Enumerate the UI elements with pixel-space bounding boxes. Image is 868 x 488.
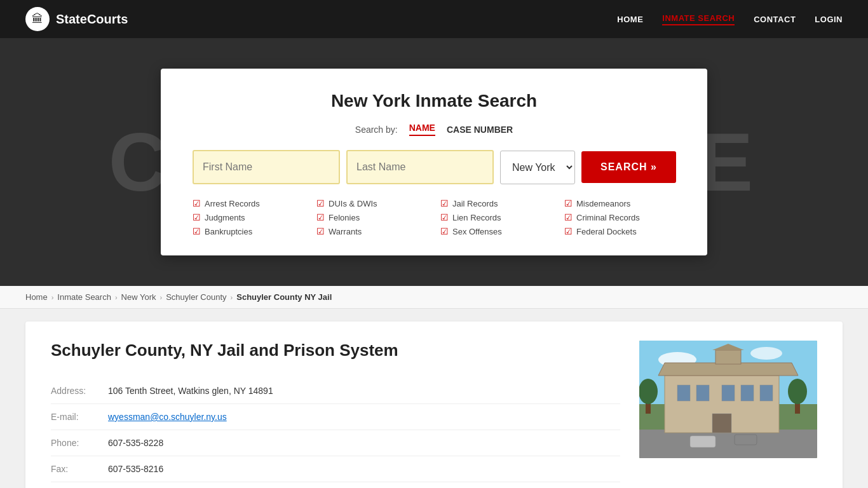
- breadcrumb-sep-3: ›: [160, 294, 163, 301]
- logo-icon: 🏛: [25, 7, 50, 31]
- svg-point-2: [750, 347, 782, 360]
- fax-value: 607-535-8216: [108, 456, 620, 482]
- main-content: Schuyler County, NY Jail and Prison Syst…: [0, 309, 868, 488]
- checkmark-icon: ☑: [440, 212, 449, 222]
- check-duis: ☑ DUIs & DWIs: [316, 198, 428, 208]
- check-label: Sex Offenses: [452, 227, 502, 236]
- nav-inmate-search[interactable]: INMATE SEARCH: [662, 13, 735, 25]
- breadcrumb-sep-1: ›: [51, 294, 54, 301]
- check-label: Felonies: [329, 213, 360, 222]
- search-inputs: New York SEARCH »: [193, 150, 675, 184]
- check-label: Judgments: [205, 213, 245, 222]
- svg-marker-12: [658, 363, 798, 376]
- facility-info: Schuyler County, NY Jail and Prison Syst…: [51, 341, 620, 488]
- svg-rect-8: [722, 385, 735, 401]
- first-name-input[interactable]: [193, 150, 340, 184]
- check-federal-dockets: ☑ Federal Dockets: [564, 226, 675, 236]
- nav-contact[interactable]: CONTACT: [754, 15, 796, 24]
- checklist-grid: ☑ Arrest Records ☑ DUIs & DWIs ☑ Jail Re…: [193, 198, 675, 236]
- check-sex-offenses: ☑ Sex Offenses: [440, 226, 552, 236]
- breadcrumb-inmate-search[interactable]: Inmate Search: [57, 292, 111, 302]
- fax-label: Fax:: [51, 456, 108, 482]
- checkmark-icon: ☑: [440, 198, 449, 208]
- svg-rect-4: [639, 430, 817, 458]
- search-by-row: Search by: NAME CASE NUMBER: [193, 123, 675, 136]
- address-label: Address:: [51, 378, 108, 404]
- facility-details-table: Address: 106 Tenth Street, Watkins glen,…: [51, 378, 620, 488]
- checkmark-icon: ☑: [193, 212, 201, 222]
- phone-label: Phone:: [51, 430, 108, 456]
- svg-rect-10: [760, 385, 773, 401]
- check-judgments: ☑ Judgments: [193, 212, 304, 222]
- svg-rect-19: [690, 436, 715, 447]
- breadcrumb-sep-2: ›: [115, 294, 118, 301]
- logo[interactable]: 🏛 StateCourts: [25, 7, 128, 31]
- checkmark-icon: ☑: [440, 226, 449, 236]
- check-label: Bankruptcies: [205, 227, 252, 236]
- checkmark-icon: ☑: [564, 212, 573, 222]
- svg-rect-7: [696, 385, 709, 401]
- svg-point-16: [639, 379, 658, 404]
- breadcrumb-current: Schuyler County NY Jail: [236, 292, 332, 302]
- check-felonies: ☑ Felonies: [316, 212, 428, 222]
- check-label: DUIs & DWIs: [329, 199, 377, 208]
- website-label: Website:: [51, 482, 108, 489]
- fax-row: Fax: 607-535-8216: [51, 456, 620, 482]
- search-card: New York Inmate Search Search by: NAME C…: [161, 69, 707, 255]
- checkmark-icon: ☑: [564, 226, 573, 236]
- email-value: wyessman@co.schuyler.ny.us: [108, 404, 620, 430]
- search-by-label: Search by:: [355, 125, 398, 135]
- svg-point-18: [788, 379, 807, 404]
- breadcrumb-new-york[interactable]: New York: [121, 292, 156, 302]
- check-criminal-records: ☑ Criminal Records: [564, 212, 675, 222]
- check-bankruptcies: ☑ Bankruptcies: [193, 226, 304, 236]
- facility-image-area: [639, 341, 817, 488]
- checkmark-icon: ☑: [193, 198, 201, 208]
- breadcrumb-home[interactable]: Home: [25, 292, 48, 302]
- search-card-title: New York Inmate Search: [193, 91, 675, 111]
- svg-rect-11: [712, 414, 731, 433]
- check-arrest-records: ☑ Arrest Records: [193, 198, 304, 208]
- nav-login[interactable]: LOGIN: [815, 15, 843, 24]
- facility-card: Schuyler County, NY Jail and Prison Syst…: [25, 322, 843, 488]
- email-link[interactable]: wyessman@co.schuyler.ny.us: [108, 412, 227, 422]
- svg-rect-9: [741, 385, 754, 401]
- check-warrants: ☑ Warrants: [316, 226, 428, 236]
- checkmark-icon: ☑: [316, 212, 325, 222]
- search-button[interactable]: SEARCH »: [581, 151, 676, 183]
- phone-row: Phone: 607-535-8228: [51, 430, 620, 456]
- svg-rect-13: [715, 350, 741, 364]
- check-label: Arrest Records: [205, 199, 260, 208]
- hero-section: COURTHOUSE New York Inmate Search Search…: [0, 38, 868, 286]
- facility-title: Schuyler County, NY Jail and Prison Syst…: [51, 341, 620, 360]
- checkmark-icon: ☑: [193, 226, 201, 236]
- svg-rect-20: [735, 435, 757, 445]
- svg-rect-6: [677, 385, 690, 401]
- main-nav: HOME INMATE SEARCH CONTACT LOGIN: [617, 13, 843, 25]
- tab-name[interactable]: NAME: [409, 123, 435, 136]
- checkmark-icon: ☑: [316, 226, 325, 236]
- check-label: Criminal Records: [576, 213, 640, 222]
- email-label: E-mail:: [51, 404, 108, 430]
- check-label: Federal Dockets: [576, 227, 637, 236]
- breadcrumb-sep-4: ›: [231, 294, 233, 301]
- website-value: http://ny-schuylercounty.civicplus.com/1…: [108, 482, 620, 489]
- email-row: E-mail: wyessman@co.schuyler.ny.us: [51, 404, 620, 430]
- facility-image: [639, 341, 817, 458]
- check-label: Misdemeanors: [576, 199, 630, 208]
- address-value: 106 Tenth Street, Watkins glen, NY 14891: [108, 378, 620, 404]
- nav-home[interactable]: HOME: [617, 15, 643, 24]
- check-label: Lien Records: [452, 213, 501, 222]
- check-lien-records: ☑ Lien Records: [440, 212, 552, 222]
- checkmark-icon: ☑: [316, 198, 325, 208]
- check-label: Warrants: [329, 227, 362, 236]
- last-name-input[interactable]: [346, 150, 494, 184]
- state-select[interactable]: New York: [500, 151, 575, 184]
- check-label: Jail Records: [452, 199, 498, 208]
- breadcrumb: Home › Inmate Search › New York › Schuyl…: [0, 286, 868, 309]
- address-row: Address: 106 Tenth Street, Watkins glen,…: [51, 378, 620, 404]
- header: 🏛 StateCourts HOME INMATE SEARCH CONTACT…: [0, 0, 868, 38]
- check-jail-records: ☑ Jail Records: [440, 198, 552, 208]
- tab-case-number[interactable]: CASE NUMBER: [447, 125, 513, 135]
- breadcrumb-schuyler-county[interactable]: Schuyler County: [166, 292, 226, 302]
